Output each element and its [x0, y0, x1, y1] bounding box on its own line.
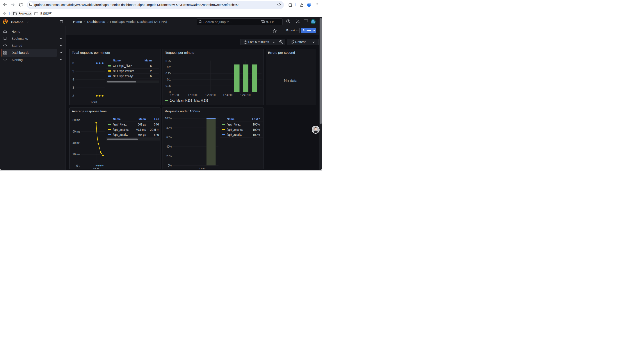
svg-text:Name: Name	[113, 117, 120, 121]
svg-text:40 ms: 40 ms	[72, 141, 80, 144]
svg-text:Name: Name	[113, 59, 120, 62]
svg-text:620: 620	[154, 133, 159, 136]
svg-text:0.05: 0.05	[166, 84, 171, 88]
svg-text:17:40: 17:40	[90, 100, 97, 104]
svg-text:2xx: 2xx	[170, 99, 175, 102]
svg-text:20%: 20%	[166, 154, 172, 158]
svg-text:661 µs: 661 µs	[138, 123, 146, 126]
svg-text:Name: Name	[227, 117, 234, 121]
svg-text:17:38:00: 17:38:00	[188, 93, 198, 97]
svg-text:/api/_/livez: /api/_/livez	[227, 123, 241, 126]
svg-text:60%: 60%	[166, 135, 172, 139]
svg-text:6: 6	[150, 74, 152, 78]
svg-text:Last *: Last *	[252, 117, 260, 121]
svg-text:/api/_/readyz: /api/_/readyz	[113, 133, 128, 136]
svg-text:17:41:00: 17:41:00	[240, 93, 251, 97]
svg-text:Max: 0.233: Max: 0.233	[194, 99, 208, 102]
svg-text:Las: Las	[154, 117, 159, 121]
svg-text:0.25: 0.25	[166, 59, 171, 63]
svg-text:6: 6	[72, 61, 74, 65]
svg-text:/api/_/metrics: /api/_/metrics	[113, 128, 129, 131]
svg-text:3: 3	[72, 86, 74, 89]
svg-text:17:40: 17:40	[93, 167, 99, 169]
svg-text:80%: 80%	[166, 126, 172, 129]
svg-text:/api/_/readyz: /api/_/readyz	[227, 133, 242, 136]
svg-text:0 s: 0 s	[76, 164, 80, 167]
svg-text:20.5 m: 20.5 m	[150, 128, 159, 131]
svg-text:GET /api/_/metrics: GET /api/_/metrics	[113, 69, 134, 73]
svg-text:40%: 40%	[166, 145, 172, 148]
svg-text:646: 646	[154, 123, 159, 126]
svg-text:605 µs: 605 µs	[138, 133, 146, 136]
svg-text:40.1 ms: 40.1 ms	[136, 128, 146, 131]
svg-text:100%: 100%	[253, 133, 260, 136]
svg-text:0.15: 0.15	[166, 72, 171, 75]
svg-text:17:40:00: 17:40:00	[223, 93, 233, 97]
svg-text:4: 4	[72, 78, 74, 81]
svg-text:Mean: 0.233: Mean: 0.233	[176, 99, 192, 102]
svg-text:0%: 0%	[168, 163, 172, 167]
svg-text:Mean: Mean	[138, 117, 146, 121]
svg-text:6: 6	[150, 64, 152, 68]
svg-text:0.1: 0.1	[167, 78, 171, 81]
svg-text:2: 2	[150, 69, 152, 73]
svg-text:100%: 100%	[253, 128, 260, 131]
svg-text:/api/_/livez: /api/_/livez	[113, 123, 126, 126]
svg-text:17:40: 17:40	[199, 167, 206, 169]
svg-text:17:37:00: 17:37:00	[170, 93, 180, 97]
svg-text:17:39:00: 17:39:00	[206, 93, 216, 97]
svg-text:100%: 100%	[165, 116, 172, 120]
svg-text:Mean: Mean	[144, 59, 152, 62]
svg-text:20 ms: 20 ms	[72, 153, 80, 156]
svg-text:80 ms: 80 ms	[72, 118, 80, 122]
svg-text:2: 2	[72, 94, 74, 97]
svg-text:/api/_/metrics: /api/_/metrics	[227, 128, 243, 131]
svg-text:0.2: 0.2	[167, 65, 171, 69]
svg-text:60 ms: 60 ms	[72, 129, 80, 133]
svg-text:5: 5	[72, 70, 74, 73]
svg-text:GET /api/_/readyz: GET /api/_/readyz	[113, 74, 133, 78]
svg-text:100%: 100%	[253, 123, 260, 126]
svg-text:GET /api/_/livez: GET /api/_/livez	[113, 64, 132, 68]
